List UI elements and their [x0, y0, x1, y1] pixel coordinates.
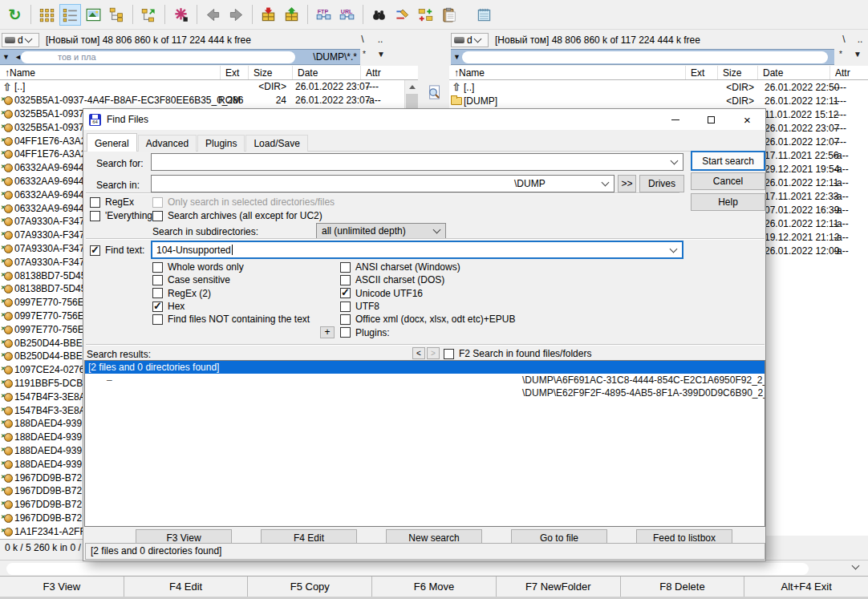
unpack-files-icon[interactable] — [281, 4, 302, 26]
regex-checkbox[interactable]: RegEx — [90, 196, 134, 208]
tab-dropdown-icon[interactable]: ▼ — [2, 53, 10, 61]
sync-dirs-icon[interactable] — [415, 4, 436, 26]
right-drive-combo[interactable]: d — [451, 33, 489, 47]
checkbox-option[interactable]: Unicode UTF16 — [340, 287, 516, 300]
f5-copy-button[interactable]: F5 Copy — [247, 577, 371, 597]
pack-files-icon[interactable] — [258, 4, 279, 26]
checkbox-option[interactable]: Find files NOT containing the text — [152, 313, 310, 326]
branch-view-icon[interactable] — [138, 4, 160, 26]
chevron-down-icon[interactable] — [670, 245, 678, 253]
search-archives-checkbox[interactable]: Search archives (all except for UC2) — [152, 210, 322, 221]
search-result-row[interactable]: –\DUMP\A6F691AC-31C8-4444-854C-E2C1A6950… — [85, 374, 765, 387]
left-root-button[interactable]: \ — [356, 33, 369, 46]
checkbox[interactable] — [340, 262, 351, 273]
f7-newfolder-button[interactable]: F7 NewFolder — [496, 577, 620, 597]
left-drive-combo[interactable]: d — [2, 33, 39, 47]
checkbox[interactable] — [90, 245, 100, 256]
checkbox-option[interactable]: +Plugins: — [340, 326, 516, 338]
header-attr[interactable]: Attr — [361, 66, 418, 79]
checkbox-option[interactable]: UTF8 — [340, 300, 516, 313]
help-button[interactable]: Help — [691, 193, 765, 211]
notes-icon[interactable] — [473, 4, 495, 26]
checkbox[interactable] — [340, 275, 351, 285]
right-path-bar[interactable]: ▼ — [451, 49, 834, 65]
left-up-button[interactable]: .. — [374, 33, 387, 46]
tab-general[interactable]: General — [87, 133, 137, 152]
next-result-button[interactable]: > — [427, 347, 440, 359]
file-row[interactable]: 0325B5A1-0937-4A4F-B8AF-EC3F80EE6B35_0_2… — [0, 94, 404, 107]
header-name[interactable]: ↑Name — [0, 66, 221, 79]
search-result-row[interactable]: \DUMP\E62F9F2F-4895-4AB5-8F1A-399D0D9C6B… — [85, 387, 765, 399]
everything-checkbox[interactable]: 'Everything' — [90, 210, 154, 221]
checkbox[interactable] — [90, 211, 100, 221]
checkbox[interactable] — [152, 314, 163, 325]
search-result-row[interactable]: [2 files and 0 directories found] — [85, 361, 765, 374]
scroll-up-icon[interactable] — [405, 80, 419, 94]
header-date[interactable]: Date — [758, 66, 830, 79]
header-name[interactable]: ↑Name — [449, 66, 686, 79]
quick-view-icon[interactable] — [424, 82, 443, 103]
checkbox[interactable] — [152, 275, 163, 285]
checkbox[interactable] — [90, 197, 100, 208]
tab-load-save[interactable]: Load/Save — [245, 135, 307, 152]
select-group-icon[interactable] — [170, 4, 192, 26]
header-attr[interactable]: Attr — [830, 66, 868, 79]
back-icon[interactable] — [202, 4, 224, 26]
find-text-input[interactable]: 104-Unsupported — [151, 241, 683, 259]
checkbox[interactable] — [152, 288, 163, 298]
right-history-button[interactable]: ▼ — [854, 50, 862, 59]
url-open-icon[interactable]: URL — [336, 4, 358, 26]
checkbox[interactable] — [340, 314, 351, 325]
chevron-down-icon[interactable] — [671, 157, 679, 165]
checkbox[interactable] — [152, 211, 163, 221]
altf4-exit-button[interactable]: Alt+F4 Exit — [744, 577, 868, 597]
file-row[interactable]: ⇧[..]<DIR>26.01.2022 22:50---- — [449, 80, 868, 94]
left-star-button[interactable]: * — [363, 50, 366, 59]
header-size[interactable]: Size — [249, 66, 293, 79]
f8-delete-button[interactable]: F8 Delete — [620, 577, 744, 597]
left-path-bar[interactable]: ▼ ◄ \ тов и пла \DUMP\*.* — [0, 49, 360, 65]
command-line[interactable] — [0, 560, 868, 576]
chevron-down-icon[interactable] — [602, 179, 610, 187]
prev-result-button[interactable]: < — [412, 347, 425, 359]
search-results-list[interactable]: [2 files and 0 directories found]–\DUMP\… — [84, 360, 765, 527]
checkbox[interactable] — [340, 327, 351, 338]
checkbox-option[interactable]: Case sensitive — [152, 273, 310, 286]
right-root-button[interactable]: \ — [838, 33, 850, 46]
right-star-button[interactable]: * — [839, 50, 842, 59]
tab-dropdown-icon[interactable]: ▼ — [453, 53, 460, 61]
search-in-input[interactable]: \DUMP — [151, 175, 614, 192]
checkbox-option[interactable]: ASCII charset (DOS) — [340, 273, 516, 286]
subdirs-dropdown[interactable]: all (unlimited depth) — [316, 223, 446, 239]
file-row[interactable]: ⇧[..]<DIR>26.01.2022 23:07---- — [0, 80, 404, 94]
clipboard-icon[interactable] — [438, 4, 460, 26]
checkbox-option[interactable]: RegEx (2) — [152, 287, 310, 300]
left-history-button[interactable]: ▼ — [377, 50, 385, 59]
chevron-down-icon[interactable] — [852, 562, 860, 570]
checkbox[interactable] — [340, 288, 351, 298]
expand-dirs-button[interactable]: >> — [618, 175, 636, 192]
ftp-connect-icon[interactable]: FTP — [313, 4, 335, 26]
dialog-title-bar[interactable]: 64 Find Files × — [83, 109, 765, 130]
close-icon[interactable]: × — [729, 109, 765, 130]
cancel-button[interactable]: Cancel — [691, 172, 765, 190]
checkbox[interactable] — [152, 262, 163, 273]
drives-button[interactable]: Drives — [639, 175, 684, 192]
full-view-icon[interactable] — [59, 4, 81, 26]
checkbox[interactable] — [444, 349, 454, 359]
checkbox-option[interactable]: Office xml (docx, xlsx, odt etc)+EPUB — [340, 313, 516, 326]
maximize-icon[interactable] — [693, 109, 729, 130]
start-search-button[interactable]: Start search — [691, 151, 765, 171]
plugins-plus-button[interactable]: + — [320, 326, 335, 338]
f4-edit-button[interactable]: F4 Edit — [124, 577, 248, 597]
right-up-button[interactable]: .. — [854, 33, 866, 46]
checkbox-option[interactable]: Hex — [152, 300, 310, 313]
f6-move-button[interactable]: F6 Move — [371, 577, 496, 597]
header-size[interactable]: Size — [718, 66, 758, 79]
only-selected-checkbox[interactable]: Only search in selected directories/file… — [152, 196, 335, 208]
checkbox-option[interactable]: ANSI charset (Windows) — [340, 261, 516, 273]
header-date[interactable]: Date — [293, 66, 361, 79]
tab-advanced[interactable]: Advanced — [138, 135, 197, 152]
header-ext[interactable]: Ext — [221, 66, 249, 79]
find-text-checkbox[interactable]: Find text: — [90, 245, 144, 256]
